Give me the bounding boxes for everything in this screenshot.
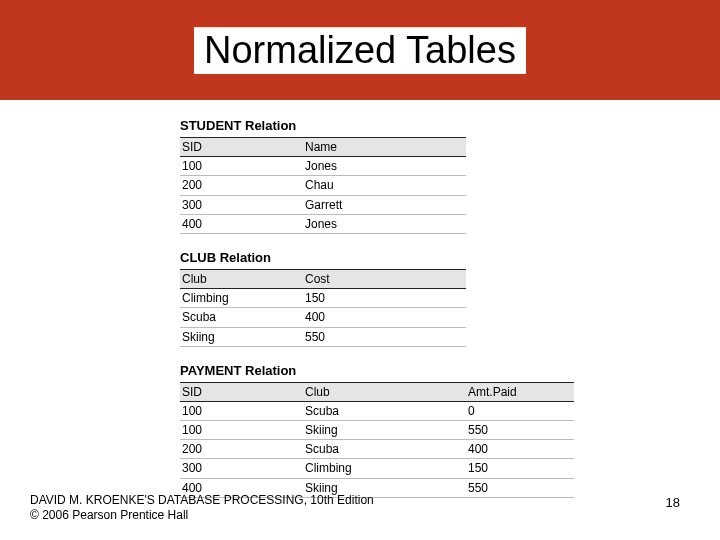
cell: Climbing (303, 459, 466, 478)
cell: Chau (303, 176, 466, 195)
payment-relation-block: PAYMENT Relation SID Club Amt.Paid 100Sc… (180, 363, 720, 498)
cell: 100 (180, 157, 303, 176)
cell: 100 (180, 421, 303, 440)
payment-header-amt: Amt.Paid (466, 382, 574, 401)
cell: 550 (303, 327, 466, 346)
table-row: 300Climbing150 (180, 459, 574, 478)
table-row: 100Jones (180, 157, 466, 176)
student-relation-title: STUDENT Relation (180, 118, 720, 133)
cell: 300 (180, 459, 303, 478)
student-header-sid: SID (180, 138, 303, 157)
cell: Scuba (303, 440, 466, 459)
cell: 400 (466, 440, 574, 459)
footer-line-2: © 2006 Pearson Prentice Hall (30, 508, 374, 524)
cell: 150 (466, 459, 574, 478)
content-area: STUDENT Relation SID Name 100Jones 200Ch… (0, 100, 720, 498)
cell: Jones (303, 157, 466, 176)
table-row: 300Garrett (180, 195, 466, 214)
table-row: 200Scuba400 (180, 440, 574, 459)
payment-relation-title: PAYMENT Relation (180, 363, 720, 378)
table-row: Scuba400 (180, 308, 466, 327)
page-number: 18 (666, 495, 680, 510)
student-relation-block: STUDENT Relation SID Name 100Jones 200Ch… (180, 118, 720, 234)
table-row: 400Jones (180, 214, 466, 233)
slide: Normalized Tables STUDENT Relation SID N… (0, 0, 720, 540)
table-row: Skiing550 (180, 327, 466, 346)
cell: Jones (303, 214, 466, 233)
footer: DAVID M. KROENKE'S DATABASE PROCESSING, … (30, 493, 374, 524)
cell: 550 (466, 421, 574, 440)
footer-line-1: DAVID M. KROENKE'S DATABASE PROCESSING, … (30, 493, 374, 509)
table-row: 100Scuba0 (180, 401, 574, 420)
payment-header-club: Club (303, 382, 466, 401)
cell: Scuba (180, 308, 303, 327)
payment-header-sid: SID (180, 382, 303, 401)
payment-relation-table: SID Club Amt.Paid 100Scuba0 100Skiing550… (180, 382, 574, 498)
cell: 400 (180, 214, 303, 233)
cell: 150 (303, 289, 466, 308)
cell: Skiing (303, 421, 466, 440)
cell: Climbing (180, 289, 303, 308)
student-relation-table: SID Name 100Jones 200Chau 300Garrett 400… (180, 137, 466, 234)
club-relation-title: CLUB Relation (180, 250, 720, 265)
club-header-cost: Cost (303, 269, 466, 288)
student-header-name: Name (303, 138, 466, 157)
cell: 200 (180, 176, 303, 195)
club-header-club: Club (180, 269, 303, 288)
table-row: Climbing150 (180, 289, 466, 308)
club-relation-block: CLUB Relation Club Cost Climbing150 Scub… (180, 250, 720, 347)
cell: 100 (180, 401, 303, 420)
slide-title: Normalized Tables (194, 27, 526, 74)
cell: Scuba (303, 401, 466, 420)
cell: 400 (303, 308, 466, 327)
table-row: 200Chau (180, 176, 466, 195)
cell: 300 (180, 195, 303, 214)
title-bar: Normalized Tables (0, 0, 720, 100)
cell: Garrett (303, 195, 466, 214)
cell: Skiing (180, 327, 303, 346)
cell: 0 (466, 401, 574, 420)
cell: 200 (180, 440, 303, 459)
cell: 550 (466, 478, 574, 497)
club-relation-table: Club Cost Climbing150 Scuba400 Skiing550 (180, 269, 466, 347)
table-row: 100Skiing550 (180, 421, 574, 440)
